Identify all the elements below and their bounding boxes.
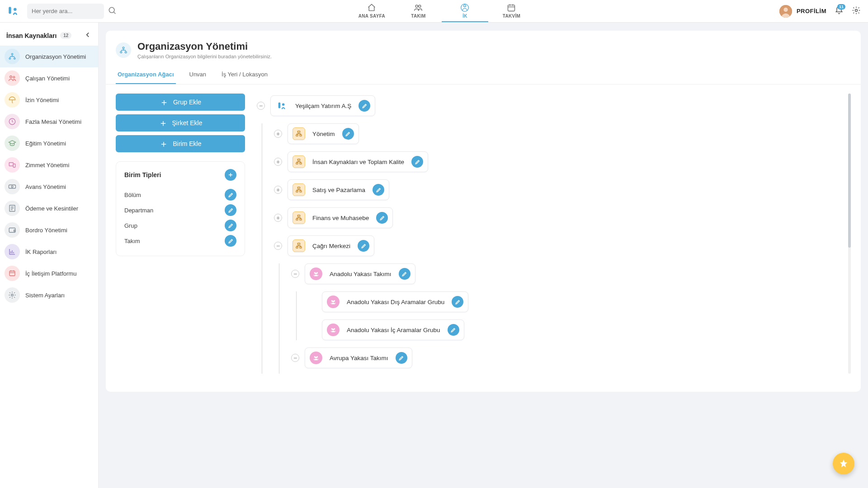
main-area: Organizasyon Yönetimi Çalışanların Organ… (99, 23, 868, 488)
tab-location[interactable]: İş Yeri / Lokasyon (220, 67, 269, 84)
edit-node-button[interactable] (359, 100, 370, 112)
svg-point-18 (10, 76, 12, 78)
tree-node-card[interactable]: Yeşilçam Yatırım A.Ş (270, 95, 375, 116)
edit-node-button[interactable] (411, 156, 423, 168)
nav-hr[interactable]: İK (442, 0, 488, 22)
settings-button[interactable] (852, 6, 861, 16)
tree-toggle[interactable]: − (274, 242, 282, 250)
tree-toggle[interactable]: − (291, 354, 299, 362)
edit-node-button[interactable] (396, 352, 407, 364)
svg-point-73 (315, 357, 317, 358)
svg-rect-52 (300, 163, 302, 164)
tree-toggle[interactable]: + (274, 158, 282, 166)
menu-label: Organizasyon Yönetimi (25, 53, 86, 60)
tree-node-label: Yönetim (312, 131, 335, 137)
svg-rect-45 (278, 103, 281, 108)
edit-node-button[interactable] (376, 212, 388, 224)
sidebar-item-0[interactable]: Organizasyon Yönetimi (0, 46, 98, 67)
sidebar-item-11[interactable]: Sistem Ayarları (0, 284, 98, 306)
notifications-button[interactable]: 11 (835, 6, 844, 16)
plus-icon: ＋ (159, 138, 168, 150)
edit-unit-type-button[interactable] (225, 235, 236, 247)
tree-toggle[interactable]: + (274, 130, 282, 138)
edit-node-button[interactable] (399, 268, 410, 280)
tree-node-card[interactable]: Anadolu Yakası Takımı (305, 263, 415, 284)
sidebar-header: İnsan Kaynakları 12 (0, 23, 98, 46)
nav-home[interactable]: ANA SAYFA (349, 0, 395, 22)
group-icon (327, 296, 340, 308)
org-icon (116, 42, 131, 58)
add-unit-type-button[interactable] (225, 169, 236, 181)
tree-toggle[interactable]: + (274, 214, 282, 222)
edit-node-button[interactable] (373, 184, 384, 196)
edit-unit-type-button[interactable] (225, 220, 236, 231)
profile-link[interactable]: PROFİLİM (779, 5, 826, 18)
company-icon (275, 99, 288, 112)
add-group-label: Grup Ekle (173, 99, 201, 106)
svg-rect-48 (296, 135, 298, 136)
sidebar-item-9[interactable]: İK Raporları (0, 241, 98, 263)
tree-node-card[interactable]: Finans ve Muhasebe (288, 207, 393, 228)
add-group-button[interactable]: ＋ Grup Ekle (116, 94, 245, 111)
sidebar-item-1[interactable]: Çalışan Yönetimi (0, 67, 98, 89)
sidebar-item-7[interactable]: Ödeme ve Kesintiler (0, 197, 98, 219)
edit-node-button[interactable] (358, 240, 369, 252)
tree-node-card[interactable]: Çağrı Merkezi (288, 235, 374, 256)
add-company-button[interactable]: ＋ Şirket Ekle (116, 114, 245, 131)
svg-point-17 (14, 58, 15, 59)
edit-node-button[interactable] (452, 296, 463, 308)
edit-node-button[interactable] (448, 324, 459, 336)
tab-org-tree[interactable]: Organizasyon Ağacı (116, 67, 176, 84)
sidebar-collapse-button[interactable] (84, 31, 92, 40)
add-unit-button[interactable]: ＋ Birim Ekle (116, 135, 245, 152)
page-tabs: Organizasyon Ağacı Unvan İş Yeri / Lokas… (106, 64, 861, 84)
svg-point-7 (461, 4, 469, 12)
sidebar-item-8[interactable]: Bordro Yönetimi (0, 219, 98, 241)
edit-unit-type-button[interactable] (225, 204, 236, 216)
sidebar-item-2[interactable]: İzin Yönetimi (0, 89, 98, 111)
tree-node: +Yönetim (274, 123, 851, 144)
svg-point-19 (13, 76, 15, 78)
menu-label: Çalışan Yönetimi (25, 75, 70, 82)
tree-node-card[interactable]: Anadolu Yakası İç Aramalar Grubu (322, 319, 464, 340)
tree-node-label: İnsan Kaynakları ve Toplam Kalite (312, 159, 404, 165)
group-icon (327, 324, 340, 336)
tree-node-card[interactable]: Yönetim (288, 123, 359, 144)
page-subtitle: Çalışanların Organizasyon bilgilerini bu… (137, 54, 272, 59)
svg-rect-61 (300, 247, 302, 248)
tree-node-card[interactable]: Avrupa Yakası Takımı (305, 347, 412, 368)
tree-toggle[interactable]: − (291, 270, 299, 278)
tree-node-card[interactable]: Satış ve Pazarlama (288, 179, 389, 200)
page-title: Organizasyon Yönetimi (137, 41, 272, 52)
edit-node-button[interactable] (342, 128, 354, 140)
svg-rect-58 (300, 219, 302, 220)
tree-toggle[interactable]: + (274, 186, 282, 194)
sidebar-item-10[interactable]: İç İletişim Platformu (0, 263, 98, 284)
edit-unit-type-button[interactable] (225, 189, 236, 201)
search-input[interactable] (32, 8, 108, 14)
tab-title[interactable]: Unvan (188, 67, 208, 84)
svg-point-46 (282, 103, 285, 106)
tree-node-card[interactable]: İnsan Kaynakları ve Toplam Kalite (288, 151, 428, 172)
tree-toggle[interactable]: − (257, 102, 265, 110)
home-icon (367, 3, 377, 13)
tree-node-card[interactable]: Anadolu Yakası Dış Aramalar Grubu (322, 291, 468, 312)
tree-scrollbar[interactable] (848, 94, 851, 374)
nav-calendar[interactable]: TAKVİM (488, 0, 535, 22)
menu-label: Avans Yönetimi (25, 183, 66, 190)
sidebar-item-5[interactable]: Zimmet Yönetimi (0, 154, 98, 176)
svg-rect-57 (296, 219, 298, 220)
search-icon[interactable] (108, 6, 117, 16)
tree-children: −Anadolu Yakası TakımıAnadolu Yakası Dış… (279, 263, 851, 374)
fab-button[interactable] (833, 453, 854, 474)
app-logo[interactable] (7, 5, 19, 17)
menu-icon (5, 157, 20, 173)
svg-point-70 (332, 328, 334, 330)
tree-node: −Anadolu Yakası TakımıAnadolu Yakası Dış… (291, 263, 851, 340)
sidebar-item-4[interactable]: Eğitim Yönetimi (0, 132, 98, 154)
sidebar-item-3[interactable]: Fazla Mesai Yönetimi (0, 111, 98, 132)
team-icon (310, 352, 322, 364)
nav-team[interactable]: TAKIM (395, 0, 442, 22)
sidebar-item-6[interactable]: Avans Yönetimi (0, 176, 98, 197)
svg-rect-49 (300, 135, 302, 136)
